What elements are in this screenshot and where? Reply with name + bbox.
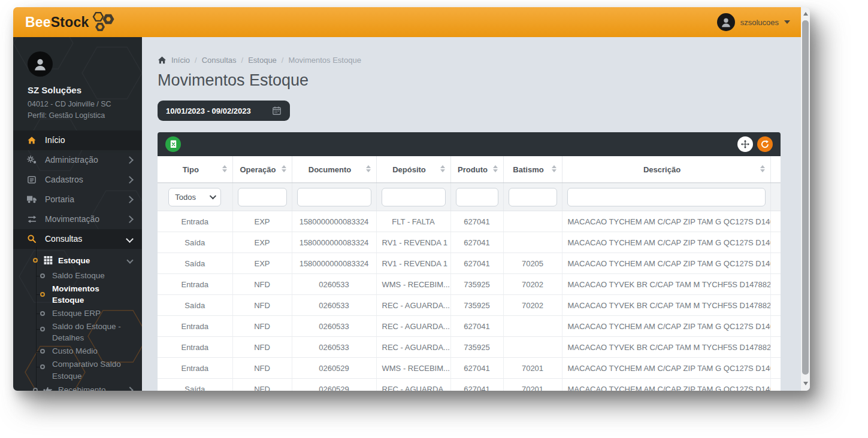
logo-text-bee: Bee (25, 16, 51, 29)
submenu-item-label: Saldo Estoque (52, 270, 105, 282)
bullet-icon (40, 292, 45, 297)
cell-deposito: WMS - RECEBIM... (376, 274, 450, 295)
filter-operacao-input[interactable] (238, 188, 287, 206)
sidebar-item-label: Movimentação (45, 214, 99, 224)
submenu-item-label: Movimentos Estoque (52, 283, 132, 306)
cell-tipo: Entrada (158, 316, 232, 337)
sidebar-item-administracao[interactable]: Administração (13, 150, 142, 170)
app-window: BeeStock szsolucoes (13, 7, 810, 391)
breadcrumb: Início/Consultas/Estoque/Movimentos Esto… (158, 56, 781, 65)
cell-descricao: MACACAO TYCHEM AM C/CAP ZIP TAM G QC127S… (562, 211, 770, 232)
tipo-filter-selected-value: Todos (175, 193, 196, 202)
fullscreen-move-button[interactable] (737, 136, 753, 152)
chevron-right-icon (126, 196, 134, 203)
filter-deposito-input[interactable] (382, 188, 446, 206)
column-header-descrição[interactable]: Descrição (562, 156, 770, 183)
column-header-label: Batismo (513, 165, 543, 174)
submenu-item-estoque-erp[interactable]: Estoque ERP (13, 306, 142, 321)
sidebar-item-movimentacao[interactable]: Movimentação (13, 209, 142, 229)
cell-produto: 627041 (450, 358, 503, 379)
cell-deposito: REC - AGUARDA... (376, 379, 450, 391)
table-row[interactable]: EntradaNFD0260533REC - AGUARDA...627041M… (158, 316, 781, 337)
column-header-operação[interactable]: Operação (232, 156, 292, 183)
filter-descricao-input[interactable] (567, 188, 766, 206)
cell-tipo: Entrada (158, 337, 232, 358)
chevron-right-icon (126, 387, 133, 391)
cell-batismo: 70205 (503, 253, 562, 274)
sidebar-item-consultas[interactable]: Consultas (13, 229, 142, 249)
table-row[interactable]: SaídaEXP1580000000083324RV1 - REVENDA 16… (158, 232, 781, 253)
consultas-submenu: EstoqueSaldo EstoqueMovimentos EstoqueEs… (13, 249, 142, 391)
cell-documento: 0260533 (292, 295, 376, 316)
table-row[interactable]: SaídaEXP1580000000083324RV1 - REVENDA 16… (158, 253, 781, 274)
cell-tipo: Saída (158, 253, 232, 274)
export-excel-button[interactable] (165, 136, 181, 152)
submenu-item-label: Estoque (58, 256, 90, 265)
sidebar-item-inicio[interactable]: Início (13, 130, 142, 150)
table-row[interactable]: EntradaEXP1580000000083324FLT - FALTA627… (158, 211, 781, 232)
breadcrumb-item[interactable]: Consultas (202, 56, 237, 65)
sort-icon[interactable] (552, 165, 557, 172)
sidebar-item-label: Início (45, 135, 65, 145)
cell-descricao: MACACAO TYVEK BR C/CAP TAM M TYCHF5S D14… (562, 295, 770, 316)
submenu-item-estoque[interactable]: Estoque (13, 253, 142, 269)
home-icon[interactable] (158, 56, 167, 65)
tipo-filter-select[interactable]: Todos (168, 188, 221, 206)
cell-batismo: 70201 (503, 358, 562, 379)
sort-icon[interactable] (282, 165, 286, 172)
logo-text-stock: Stock (51, 16, 89, 29)
beestock-logo[interactable]: BeeStock (25, 11, 117, 34)
cell-tipo: Entrada (158, 211, 232, 232)
column-header-depósito[interactable]: Depósito (376, 156, 450, 183)
submenu-item-custo-medio[interactable]: Custo Médio (13, 344, 142, 358)
submenu-item-saldo-estoque[interactable]: Saldo Estoque (13, 269, 142, 283)
cell-operacao: EXP (232, 232, 292, 253)
sidebar-item-portaria[interactable]: Portaria (13, 190, 142, 209)
breadcrumb-item[interactable]: Início (171, 56, 190, 65)
movements-table: TipoOperaçãoDocumentoDepósitoProdutoBati… (158, 156, 781, 391)
cell-batismo: 70202 (503, 274, 562, 295)
scrollbar-up-arrow[interactable] (801, 9, 810, 19)
submenu-item-recebimento[interactable]: Recebimento (13, 382, 142, 391)
filter-tipo-cell: Todos (158, 183, 232, 211)
beestock-hex-icon (92, 11, 117, 34)
table-row[interactable]: SaídaNFD0260529REC - AGUARDA...627041702… (158, 379, 781, 391)
column-header-tipo[interactable]: Tipo (158, 156, 232, 183)
cell-descricao: MACACAO TYCHEM AM C/CAP ZIP TAM G QC127S… (562, 232, 770, 253)
results-panel: TipoOperaçãoDocumentoDepósitoProdutoBati… (158, 132, 781, 391)
cell-operacao: NFD (232, 358, 292, 379)
sort-icon[interactable] (440, 165, 445, 172)
submenu-item-movimentos-estoque[interactable]: Movimentos Estoque (13, 283, 142, 306)
sort-icon[interactable] (493, 165, 498, 172)
table-row[interactable]: SaídaNFD0260533REC - AGUARDA...735925702… (158, 295, 781, 316)
submenu-item-saldo-estoque-detalhes[interactable]: Saldo do Estoque - Detalhes (13, 321, 142, 344)
scrollbar-thumb[interactable] (802, 20, 809, 375)
date-range-value: 10/01/2023 - 09/02/2023 (166, 107, 251, 115)
scrollbar-down-arrow[interactable] (801, 379, 810, 388)
sort-icon[interactable] (760, 165, 765, 172)
submenu-item-comparativo-saldo[interactable]: Comparativo Saldo Estoque (13, 358, 142, 382)
table-row[interactable]: EntradaNFD0260533WMS - RECEBIM...7359257… (158, 274, 781, 295)
refresh-button[interactable] (757, 136, 773, 152)
sort-icon[interactable] (222, 165, 227, 172)
user-menu[interactable]: szsolucoes (717, 13, 790, 31)
filter-produto-input[interactable] (456, 188, 498, 206)
breadcrumb-item[interactable]: Estoque (248, 56, 277, 65)
column-header-produto[interactable]: Produto (450, 156, 503, 183)
column-header-label: Depósito (392, 165, 426, 174)
cell-documento: 0260529 (292, 358, 376, 379)
table-row[interactable]: EntradaNFD0260529WMS - RECEBIM...6270417… (158, 358, 781, 379)
profile-name: SZ Soluções (28, 85, 134, 95)
submenu-item-label: Custo Médio (52, 345, 98, 357)
sort-icon[interactable] (366, 165, 371, 172)
filter-batismo-input[interactable] (509, 188, 557, 206)
sidebar-item-cadastros[interactable]: Cadastros (13, 170, 142, 190)
cell-batismo (503, 211, 562, 232)
date-range-button[interactable]: 10/01/2023 - 09/02/2023 (158, 101, 290, 121)
browser-scrollbar[interactable] (801, 7, 810, 391)
column-header-batismo[interactable]: Batismo (503, 156, 562, 183)
column-header-documento[interactable]: Documento (292, 156, 376, 183)
table-row[interactable]: EntradaNFD0260533REC - AGUARDA...735925M… (158, 337, 781, 358)
filter-documento-input[interactable] (297, 188, 371, 206)
chevron-down-icon (126, 257, 133, 264)
